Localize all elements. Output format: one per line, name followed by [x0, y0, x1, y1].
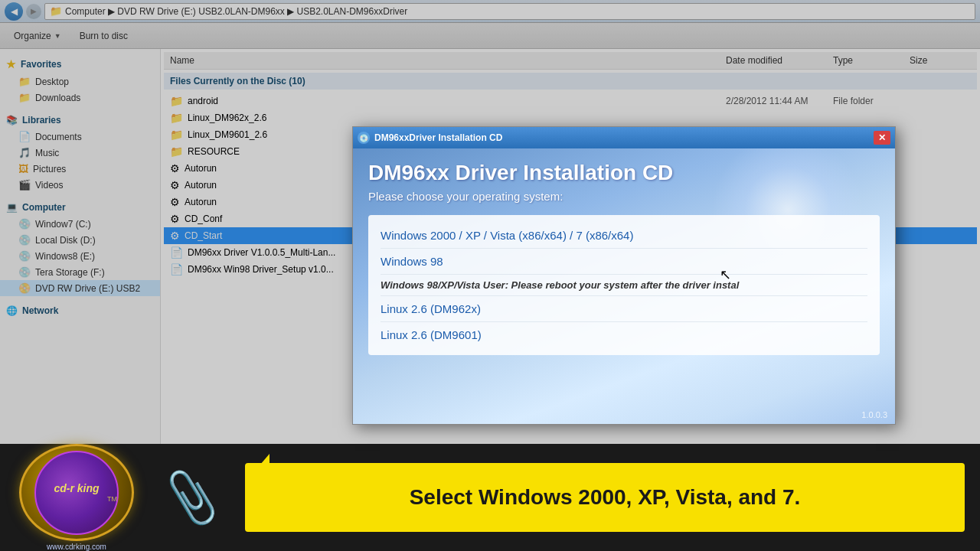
windows-xp-vista-7-link[interactable]: Windows 2000 / XP / Vista (x86/x64) / 7 … — [381, 223, 867, 249]
dialog-close-button[interactable]: ✕ — [874, 131, 890, 145]
annotation-text: Select Windows 2000, XP, Vista, and 7. — [394, 485, 816, 510]
close-icon: ✕ — [878, 132, 886, 143]
logo-inner: cd-r king TM — [34, 451, 119, 535]
dialog-title: DM96xxDriver Installation CD — [374, 132, 502, 143]
paperclip-icon: 📎 — [158, 466, 224, 530]
windows-98-link[interactable]: Windows 98 — [381, 249, 867, 275]
dialog-app-icon: 💿 — [358, 132, 370, 144]
brand-name: cd-r king — [54, 482, 99, 495]
dialog-subtitle: Please choose your operating system: — [368, 190, 880, 203]
cdrking-logo: cd-r king TM www.cdrking.com — [0, 444, 153, 551]
options-panel: Windows 2000 / XP / Vista (x86/x64) / 7 … — [368, 215, 880, 355]
dialog-content: DM96xx Driver Installation CD Please cho… — [353, 148, 895, 424]
logo-circle: cd-r king TM — [19, 444, 134, 541]
reboot-notice: Windows 98/XP/Vista User: Please reboot … — [381, 275, 867, 296]
linux-dm962x-link[interactable]: Linux 2.6 (DM962x) — [381, 296, 867, 322]
dialog-main-title: DM96xx Driver Installation CD — [368, 161, 880, 185]
linux-dm9601-link[interactable]: Linux 2.6 (DM9601) — [381, 322, 867, 347]
dialog-titlebar: 💿 DM96xxDriver Installation CD ✕ — [353, 127, 895, 148]
paperclip-area: 📎 — [153, 452, 230, 543]
logo-url: www.cdrking.com — [47, 543, 106, 551]
driver-dialog: 💿 DM96xxDriver Installation CD ✕ DM96xx … — [352, 126, 896, 425]
dialog-titlebar-left: 💿 DM96xxDriver Installation CD — [358, 132, 502, 144]
trademark-label: TM — [107, 495, 117, 503]
dialog-version: 1.0.0.3 — [861, 410, 887, 419]
annotation-band: Select Windows 2000, XP, Vista, and 7. — [245, 463, 965, 532]
bottom-bar: cd-r king TM www.cdrking.com 📎 Select Wi… — [0, 444, 980, 551]
